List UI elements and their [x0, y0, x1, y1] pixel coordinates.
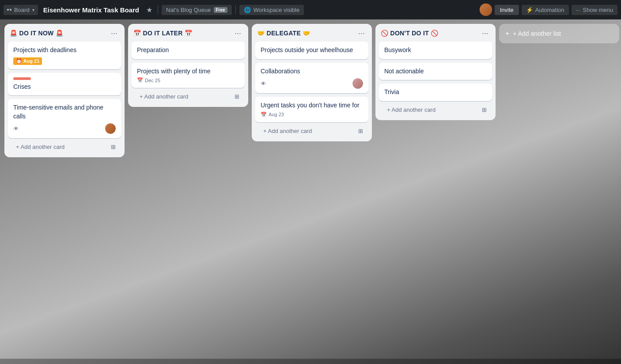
- automation-label: Automation: [535, 7, 564, 13]
- plus-icon-list: +: [505, 30, 509, 38]
- card-title-card-3: Time-sensitive emails and phone calls: [13, 103, 116, 121]
- list-header-dont-do-it: 🚫 DON'T DO IT 🚫···: [375, 24, 496, 42]
- card-avatar-card-3: [105, 123, 116, 134]
- eye-icon: 👁: [261, 80, 266, 87]
- card-title-card-9: Busywork: [384, 46, 487, 55]
- board-button[interactable]: Board ▾: [4, 5, 38, 15]
- workspace-label: Workspace visible: [254, 7, 300, 13]
- board-title[interactable]: Eisenhower Matrix Task Board: [40, 4, 143, 15]
- card-card-11[interactable]: Trivia: [379, 83, 492, 101]
- card-date-badge-card-1: ⏰ Aug 21: [13, 57, 42, 65]
- show-menu-label: Show menu: [583, 7, 613, 13]
- card-card-8[interactable]: Urgent tasks you don't have time for📅Aug…: [255, 97, 368, 122]
- free-badge: Free: [214, 7, 227, 13]
- list-dont-do-it: 🚫 DON'T DO IT 🚫···BusyworkNot actionable…: [375, 24, 496, 120]
- add-card-button-do-it-now[interactable]: + Add another card⊞: [8, 140, 121, 154]
- eye-icon: 👁: [13, 125, 19, 132]
- card-card-9[interactable]: Busywork: [379, 42, 492, 59]
- list-menu-button-do-it-now[interactable]: ···: [109, 28, 119, 38]
- avatar[interactable]: [480, 4, 492, 16]
- list-menu-button-delegate[interactable]: ···: [356, 28, 367, 38]
- card-card-2[interactable]: Crises: [8, 73, 121, 96]
- card-date-card-8: 📅Aug 23: [261, 112, 284, 118]
- list-header-delegate: 🤝 DELEGATE 🤝···: [252, 24, 372, 42]
- list-header-do-it-later: 📅 DO IT LATER 📅···: [128, 24, 248, 42]
- queue-label: Nat's Blog Queue: [166, 7, 211, 13]
- card-date-card-5: 📅Dec 25: [137, 77, 160, 83]
- add-card-label: + Add another card: [140, 93, 188, 100]
- clock-icon: 📅: [137, 77, 143, 83]
- star-icon[interactable]: ★: [144, 4, 154, 16]
- card-title-card-7: Collaborations: [261, 67, 363, 76]
- list-menu-button-do-it-later[interactable]: ···: [233, 28, 243, 38]
- list-delegate: 🤝 DELEGATE 🤝···Projects outside your whe…: [252, 24, 372, 141]
- list-title-do-it-later: 📅 DO IT LATER 📅: [133, 30, 230, 37]
- queue-button[interactable]: Nat's Blog Queue Free: [162, 5, 232, 15]
- card-icons-card-7: 👁: [261, 80, 266, 87]
- card-title-card-6: Projects outside your wheelhouse: [261, 46, 363, 55]
- card-avatar-card-7: [352, 78, 363, 89]
- red-label-bar: [13, 77, 31, 80]
- add-list-button[interactable]: ++ Add another list: [499, 24, 619, 43]
- board-content: 🚨 DO IT NOW 🚨···Projects with deadlines⏰…: [0, 19, 621, 364]
- cards-area-delegate: Projects outside your wheelhouseCollabor…: [252, 42, 372, 122]
- card-title-card-8: Urgent tasks you don't have time for: [261, 101, 363, 110]
- card-title-card-5: Projects with plenty of time: [137, 67, 239, 76]
- add-card-button-delegate[interactable]: + Add another card⊞: [255, 124, 368, 138]
- add-card-label: + Add another card: [263, 128, 312, 134]
- show-menu-button[interactable]: ··· Show menu: [572, 5, 618, 15]
- card-title-card-10: Not actionable: [384, 67, 487, 76]
- chevron-down-icon: ▾: [32, 8, 34, 12]
- workspace-button[interactable]: 🌐 Workspace visible: [239, 5, 304, 15]
- list-do-it-now: 🚨 DO IT NOW 🚨···Projects with deadlines⏰…: [4, 24, 125, 157]
- card-card-7[interactable]: Collaborations👁: [255, 63, 368, 94]
- nav-divider: [158, 5, 158, 14]
- add-card-button-do-it-later[interactable]: + Add another card⊞: [132, 90, 245, 103]
- card-title-card-1: Projects with deadlines: [13, 46, 116, 55]
- list-do-it-later: 📅 DO IT LATER 📅···PreparationProjects wi…: [128, 24, 248, 107]
- list-title-delegate: 🤝 DELEGATE 🤝: [257, 30, 354, 37]
- nav-right: Invite ⚡ Automation ··· Show menu: [480, 4, 617, 16]
- add-list-label: + Add another list: [513, 30, 561, 37]
- list-menu-button-dont-do-it[interactable]: ···: [480, 28, 490, 38]
- navbar: Board ▾ Eisenhower Matrix Task Board ★ N…: [0, 0, 621, 19]
- card-icons-card-3: 👁: [13, 125, 19, 132]
- cards-area-do-it-later: PreparationProjects with plenty of time📅…: [128, 42, 248, 88]
- card-title-card-11: Trivia: [384, 88, 487, 97]
- automation-button[interactable]: ⚡ Automation: [522, 5, 569, 15]
- cards-area-dont-do-it: BusyworkNot actionableTrivia: [375, 42, 496, 101]
- card-avatar-image: [352, 78, 363, 89]
- list-header-do-it-now: 🚨 DO IT NOW 🚨···: [4, 24, 125, 42]
- nav-divider-2: [235, 5, 236, 14]
- automation-icon: ⚡: [526, 7, 533, 13]
- template-icon[interactable]: ⊞: [482, 106, 487, 113]
- card-title-card-4: Preparation: [137, 46, 239, 55]
- card-title-card-2: Crises: [13, 83, 116, 91]
- avatar-image: [480, 4, 492, 16]
- invite-button[interactable]: Invite: [495, 5, 519, 15]
- list-title-do-it-now: 🚨 DO IT NOW 🚨: [10, 30, 106, 37]
- cards-area-do-it-now: Projects with deadlines⏰ Aug 21CrisesTim…: [4, 42, 125, 138]
- add-card-label: + Add another card: [387, 106, 435, 113]
- trello-icon: [7, 9, 11, 11]
- card-avatar-image: [105, 123, 116, 134]
- card-card-3[interactable]: Time-sensitive emails and phone calls👁: [8, 99, 121, 138]
- card-footer-card-7: 👁: [261, 78, 363, 89]
- template-icon[interactable]: ⊞: [358, 128, 363, 134]
- card-card-1[interactable]: Projects with deadlines⏰ Aug 21: [8, 42, 121, 69]
- template-icon[interactable]: ⊞: [235, 93, 239, 100]
- add-card-label: + Add another card: [16, 144, 64, 150]
- card-footer-card-3: 👁: [13, 123, 116, 134]
- clock-icon: 📅: [261, 112, 267, 118]
- card-card-6[interactable]: Projects outside your wheelhouse: [255, 42, 368, 59]
- globe-icon: 🌐: [244, 7, 251, 13]
- card-card-10[interactable]: Not actionable: [379, 63, 492, 80]
- add-card-button-dont-do-it[interactable]: + Add another card⊞: [379, 103, 492, 117]
- card-card-5[interactable]: Projects with plenty of time📅Dec 25: [132, 63, 245, 88]
- board-label: Board: [14, 7, 30, 13]
- lists-container: 🚨 DO IT NOW 🚨···Projects with deadlines⏰…: [0, 19, 621, 364]
- card-card-4[interactable]: Preparation: [132, 42, 245, 59]
- list-title-dont-do-it: 🚫 DON'T DO IT 🚫: [381, 30, 477, 37]
- dots-icon: ···: [576, 7, 581, 13]
- template-icon[interactable]: ⊞: [111, 144, 116, 150]
